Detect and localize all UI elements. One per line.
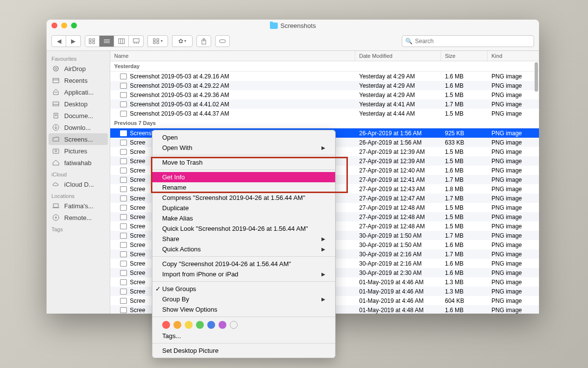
submenu-arrow-icon: ▶ bbox=[321, 145, 325, 150]
folder-icon bbox=[270, 23, 277, 29]
menu-item[interactable]: Import from iPhone or iPad▶ bbox=[152, 269, 335, 279]
arrange-button[interactable]: ▾ bbox=[147, 35, 168, 47]
scrollbar-thumb[interactable] bbox=[535, 62, 538, 92]
menu-item-label: Duplicate bbox=[162, 204, 189, 212]
menu-item[interactable]: ✓Use Groups bbox=[152, 284, 335, 294]
window-title: Screenshots bbox=[270, 22, 316, 29]
view-icons-button[interactable] bbox=[85, 35, 99, 47]
action-button[interactable]: ✿▾ bbox=[172, 35, 193, 47]
tag-color-none[interactable] bbox=[230, 321, 238, 329]
file-size: 1.5 MB bbox=[441, 110, 488, 117]
menu-item[interactable]: Make Alias bbox=[152, 213, 335, 223]
file-row[interactable]: Screenshot 2019-05-03 at 4.29.16 AMYeste… bbox=[110, 72, 539, 81]
col-kind-header[interactable]: Kind bbox=[488, 51, 539, 61]
sidebar-item-laptop[interactable]: Fatima's... bbox=[47, 200, 110, 212]
col-name-header[interactable]: Name bbox=[110, 51, 355, 61]
col-date-header[interactable]: Date Modified bbox=[355, 51, 441, 61]
view-list-button[interactable] bbox=[99, 35, 114, 47]
file-date: 27-Apr-2019 at 12:40 AM bbox=[355, 167, 441, 174]
file-kind: PNG image bbox=[488, 176, 539, 183]
menu-item-label: Move to Trash bbox=[162, 159, 202, 166]
file-kind: PNG image bbox=[488, 214, 539, 221]
file-icon bbox=[120, 101, 127, 107]
col-size-header[interactable]: Size bbox=[441, 51, 488, 61]
view-gallery-button[interactable] bbox=[129, 35, 144, 47]
file-date: 30-Apr-2019 at 1:50 AM bbox=[355, 242, 441, 248]
svg-rect-1 bbox=[93, 39, 95, 41]
view-columns-button[interactable] bbox=[114, 35, 129, 47]
group-header[interactable]: Previous 7 Days bbox=[110, 118, 539, 128]
tag-color-dot[interactable] bbox=[219, 321, 226, 329]
sidebar-item-downloads[interactable]: Downlo... bbox=[47, 122, 110, 133]
group-header[interactable]: Yesterday bbox=[110, 61, 539, 72]
menu-item[interactable]: Open bbox=[152, 132, 335, 143]
sidebar-item-cloud[interactable]: iCloud D... bbox=[47, 178, 110, 190]
file-row[interactable]: Screenshot 2019-05-03 at 4.44.37 AMYeste… bbox=[110, 109, 539, 118]
sidebar-item-home[interactable]: fatiwahab bbox=[47, 157, 110, 169]
file-date: 27-Apr-2019 at 12:39 AM bbox=[355, 148, 441, 155]
tag-color-dot[interactable] bbox=[196, 321, 204, 329]
search-field[interactable]: 🔍 bbox=[402, 35, 534, 47]
menu-separator bbox=[152, 281, 335, 282]
sidebar-item-recents[interactable]: Recents bbox=[47, 74, 110, 86]
file-row[interactable]: Screenshot 2019-05-03 at 4.29.22 AMYeste… bbox=[110, 81, 539, 90]
file-kind: PNG image bbox=[488, 232, 539, 239]
menu-item[interactable]: Move to Trash bbox=[152, 157, 335, 168]
menu-item[interactable]: Open With▶ bbox=[152, 143, 335, 153]
apps-icon bbox=[51, 88, 60, 96]
file-kind: PNG image bbox=[488, 307, 539, 314]
file-date: 27-Apr-2019 at 12:48 AM bbox=[355, 214, 441, 221]
menu-item[interactable]: Duplicate bbox=[152, 203, 335, 213]
file-row[interactable]: Screenshot 2019-05-03 at 4.29.36 AMYeste… bbox=[110, 90, 539, 99]
menu-separator bbox=[152, 155, 335, 155]
share-button[interactable] bbox=[196, 35, 211, 47]
menu-item[interactable]: Share▶ bbox=[152, 234, 335, 244]
menu-item[interactable]: Tags... bbox=[152, 331, 335, 341]
sidebar-item-airdrop[interactable]: AirDrop bbox=[47, 63, 110, 74]
file-row[interactable]: Screenshot 2019-05-03 at 4.41.02 AMYeste… bbox=[110, 99, 539, 109]
menu-item-label: Rename bbox=[162, 184, 186, 191]
sidebar-item-desktop[interactable]: Desktop bbox=[47, 98, 110, 110]
sidebar-item-folder[interactable]: Screens... bbox=[49, 133, 108, 145]
file-kind: PNG image bbox=[488, 158, 539, 165]
menu-item[interactable]: Show View Options bbox=[152, 304, 335, 315]
menu-item[interactable]: Rename bbox=[152, 182, 335, 193]
menu-item[interactable]: Compress "Screenshot 2019-04-26 at 1.56.… bbox=[152, 193, 335, 203]
svg-rect-35 bbox=[53, 204, 58, 207]
menu-item[interactable]: Group By▶ bbox=[152, 294, 335, 304]
sidebar-item-disc[interactable]: Remote... bbox=[47, 212, 110, 223]
tag-color-dot[interactable] bbox=[162, 321, 170, 329]
tag-color-dot[interactable] bbox=[185, 321, 193, 329]
back-button[interactable]: ◀ bbox=[51, 35, 66, 47]
file-size: 1.6 MB bbox=[441, 242, 488, 248]
svg-rect-11 bbox=[134, 43, 135, 44]
file-name: Scree bbox=[130, 214, 145, 221]
svg-rect-7 bbox=[119, 39, 124, 44]
sidebar-item-label: Fatima's... bbox=[64, 202, 94, 210]
sidebar-item-docs[interactable]: Docume... bbox=[47, 110, 110, 122]
file-icon bbox=[120, 233, 127, 239]
tag-color-dot[interactable] bbox=[207, 321, 215, 329]
tags-button[interactable] bbox=[215, 35, 230, 47]
file-kind: PNG image bbox=[488, 279, 539, 286]
sidebar-item-apps[interactable]: Applicati... bbox=[47, 86, 110, 98]
zoom-window-button[interactable] bbox=[71, 23, 77, 28]
search-input[interactable] bbox=[415, 38, 531, 45]
menu-item[interactable]: Copy "Screenshot 2019-04-26 at 1.56.44 A… bbox=[152, 259, 335, 269]
file-date: 26-Apr-2019 at 1:56 AM bbox=[355, 130, 441, 137]
menu-item[interactable]: Set Desktop Picture bbox=[152, 345, 335, 356]
menu-item[interactable]: Quick Look "Screenshot 2019-04-26 at 1.5… bbox=[152, 223, 335, 234]
close-window-button[interactable] bbox=[51, 23, 57, 28]
svg-point-21 bbox=[53, 66, 58, 71]
minimize-window-button[interactable] bbox=[61, 23, 67, 28]
menu-item-label: Use Groups bbox=[162, 285, 196, 293]
file-size: 1.7 MB bbox=[441, 176, 488, 183]
toolbar: ◀ ▶ ▾ ✿▾ 🔍 bbox=[47, 31, 539, 51]
menu-item[interactable]: Get Info bbox=[152, 172, 335, 182]
tag-color-dot[interactable] bbox=[173, 321, 181, 329]
forward-button[interactable]: ▶ bbox=[66, 35, 81, 47]
file-size: 1.7 MB bbox=[441, 195, 488, 202]
sidebar-item-label: Docume... bbox=[64, 112, 93, 120]
sidebar-item-pictures[interactable]: Pictures bbox=[47, 145, 110, 157]
menu-item[interactable]: Quick Actions▶ bbox=[152, 244, 335, 254]
